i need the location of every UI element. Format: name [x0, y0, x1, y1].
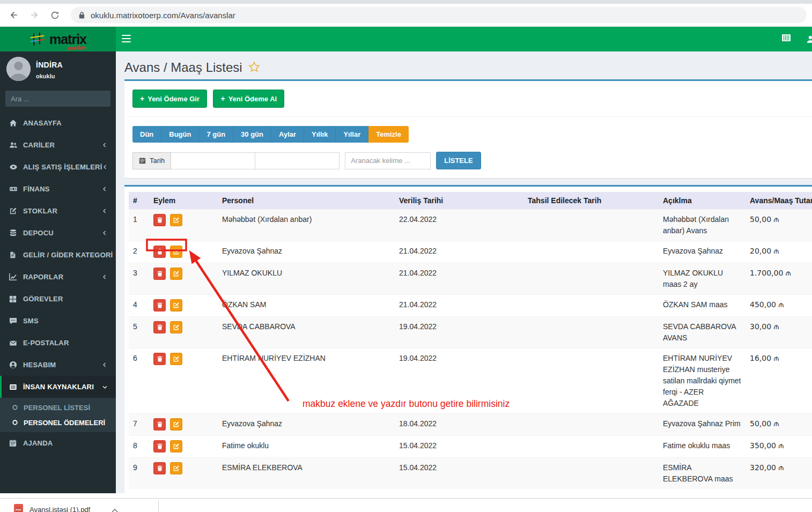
users-icon: [9, 141, 18, 150]
filter-temizle[interactable]: Temizle: [368, 126, 409, 143]
comment-icon: [9, 317, 18, 325]
sidebar-item-alis-satis-islemleri[interactable]: ALIŞ SATIŞ İŞLEMLERİ: [0, 156, 116, 178]
matrix-logo-icon: [29, 32, 46, 47]
tutar-cell: 50,00 ₼: [745, 414, 812, 436]
edit-button[interactable]: [170, 462, 182, 474]
grid-icon: [9, 295, 18, 303]
delete-button[interactable]: [153, 418, 166, 431]
download-shelf: PDF Avansl.istəsi (1).pdf: [0, 498, 812, 512]
sidebar-item-anasayfa[interactable]: ANASAYFA: [0, 112, 116, 134]
back-button[interactable]: [5, 6, 23, 24]
table-row: 1 Məhəbbət (Xırdalan anbar) 22.04.2022 M…: [129, 210, 812, 241]
sidebar-item-stoklar[interactable]: STOKLAR: [0, 200, 116, 222]
tahsil-tarihi-cell: [523, 317, 659, 348]
table-row: 5 SEVDA CABBAROVA 19.04.2022 SEVDA CABBA…: [129, 317, 812, 348]
address-bar[interactable]: okuklu.matrixotoerp.com/Avans/avanslar: [71, 7, 807, 23]
sidebar-search-input[interactable]: [5, 91, 110, 107]
brand-logo[interactable]: matrix yazılım: [0, 27, 116, 51]
reload-button[interactable]: [46, 6, 63, 24]
aciklama-cell: YILMAZ OKUKLU maas 2 ay: [659, 263, 745, 295]
verilis-tarihi-cell: 21.04.2022: [395, 241, 523, 263]
delete-button[interactable]: [153, 321, 166, 333]
table-columns-icon[interactable]: [782, 34, 791, 44]
filter-yillik[interactable]: Yıllık: [304, 126, 336, 143]
delete-button[interactable]: [153, 440, 166, 452]
filter-bugun[interactable]: Bugün: [161, 126, 199, 143]
aciklama-cell: Məhəbbət (Xırdalan anbar) Avans: [659, 210, 745, 241]
sidebar-item-gorevler[interactable]: GÖREVLER: [0, 288, 116, 310]
sidebar-item-hesabim[interactable]: HESABIM: [0, 354, 116, 376]
tutar-cell: 20,00 ₼: [745, 241, 812, 263]
list-button[interactable]: LİSTELE: [436, 152, 481, 169]
delete-button[interactable]: [153, 353, 166, 365]
date-label: Tarih: [132, 152, 171, 169]
chevron-left-icon: [102, 362, 108, 368]
pencil-square-icon: [173, 270, 180, 277]
circle-o-icon: [12, 419, 19, 426]
edit-button[interactable]: [170, 353, 182, 365]
brand-subtitle: yazılım: [67, 46, 86, 51]
pencil-square-icon: [173, 421, 180, 428]
column-header-eylem: Eylem: [149, 192, 218, 210]
table-row: 3 YILMAZ OKUKLU 21.04.2022 YILMAZ OKUKLU…: [129, 263, 812, 295]
sidebar-subitem-personel-odemeleri[interactable]: PERSONEL ÖDEMELERİ: [0, 415, 116, 430]
personel-cell: Eyvazova Şahnaz: [218, 241, 395, 263]
sidebar-item-raporlar[interactable]: RAPORLAR: [0, 266, 116, 288]
table-body: 1 Məhəbbət (Xırdalan anbar) 22.04.2022 M…: [129, 210, 812, 489]
forward-button[interactable]: [26, 6, 43, 24]
sidebar-item-finans[interactable]: FİNANS: [0, 178, 116, 200]
download-item[interactable]: PDF Avansl.istəsi (1).pdf: [14, 504, 118, 512]
filter-30-gun[interactable]: 30 gün: [233, 126, 271, 143]
sidebar-subitem-personel-listesi[interactable]: PERSONEL LİSTESİ: [0, 400, 116, 415]
sidebar-item-ajanda[interactable]: AJANDA: [0, 432, 116, 454]
delete-button[interactable]: [153, 268, 166, 280]
sidebar-item-sms[interactable]: SMS: [0, 310, 116, 332]
delete-button[interactable]: [153, 462, 166, 474]
aciklama-cell: Fatime okuklu maas: [659, 436, 745, 458]
sidebar-item-insan-kaynaklari[interactable]: İNSAN KAYNAKLARI: [0, 376, 116, 398]
date-from-input[interactable]: [171, 152, 255, 169]
filter-yillar[interactable]: Yıllar: [336, 126, 368, 143]
chevron-up-icon[interactable]: [112, 505, 118, 512]
filter-group: DünBugün7 gün30 günAylarYıllıkYıllarTemi…: [132, 126, 409, 143]
edit-button[interactable]: [170, 440, 182, 452]
table-row: 2 Eyvazova Şahnaz 21.04.2022 Eyvazova Şa…: [129, 241, 812, 263]
edit-button[interactable]: [170, 214, 182, 226]
actions-cell: [149, 348, 218, 414]
column-header-tahsil-edilecek-tarih: Tahsil Edilecek Tarih: [523, 192, 659, 210]
filter-dun[interactable]: Dün: [132, 126, 161, 143]
sidebar-item-gelir-gider-kategori[interactable]: GELİR / GİDER KATEGORİ: [0, 244, 116, 266]
chevron-left-icon: [102, 186, 108, 192]
sidebar-item-cariler[interactable]: CARİLER: [0, 134, 116, 156]
new-payment-out-button[interactable]: +Yeni Ödeme Gir: [132, 90, 207, 108]
personel-cell: YILMAZ OKUKLU: [218, 263, 395, 295]
sidebar-item-depocu[interactable]: DEPOCU: [0, 222, 116, 244]
tutar-cell: 320,00 ₼: [745, 458, 812, 489]
delete-button[interactable]: [153, 299, 166, 311]
pencil-square-icon: [173, 248, 180, 255]
row-number-cell: 7: [129, 414, 149, 436]
delete-button[interactable]: [153, 246, 166, 258]
date-to-input[interactable]: [255, 152, 339, 169]
column-header-avans-maas-tutari: Avans/Maaş Tutarı: [745, 192, 812, 210]
edit-button[interactable]: [170, 418, 182, 431]
lock-icon: [78, 11, 85, 19]
sidebar-toggle-button[interactable]: [122, 35, 131, 42]
edit-button[interactable]: [170, 246, 182, 258]
favorite-star-icon[interactable]: [248, 61, 260, 75]
column-header-aciklma: Açıklma: [659, 192, 745, 210]
edit-button[interactable]: [170, 299, 182, 311]
tutar-cell: 50,00 ₼: [745, 210, 812, 241]
user-menu-icon[interactable]: [804, 27, 812, 51]
edit-button[interactable]: [170, 321, 182, 333]
filter-7-gun[interactable]: 7 gün: [199, 126, 233, 143]
filter-aylar[interactable]: Aylar: [271, 126, 304, 143]
delete-button[interactable]: [153, 214, 166, 226]
edit-button[interactable]: [170, 268, 182, 280]
tahsil-tarihi-cell: [523, 210, 659, 241]
trash-icon: [157, 270, 163, 277]
keyword-search-input[interactable]: [345, 152, 431, 169]
browser-toolbar: okuklu.matrixotoerp.com/Avans/avanslar: [0, 4, 812, 26]
sidebar-item-e-postalar[interactable]: E-POSTALAR: [0, 332, 116, 354]
new-payment-in-button[interactable]: +Yeni Ödeme Al: [213, 90, 284, 108]
